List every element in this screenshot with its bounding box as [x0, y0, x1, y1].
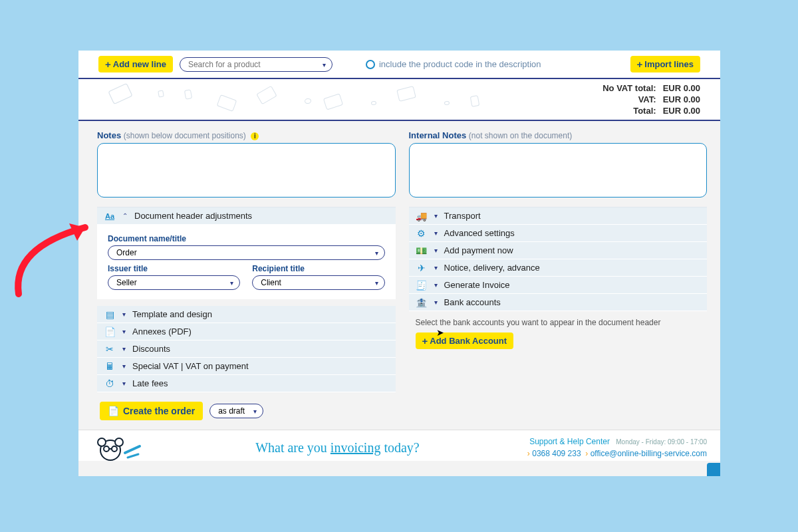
plus-icon: + [105, 59, 111, 70]
section-label: Transport [444, 211, 481, 221]
search-product-input[interactable] [180, 57, 332, 72]
notes-label: Notes [97, 130, 121, 140]
notes-sublabel: (shown below document positions) [124, 131, 246, 140]
chat-button[interactable] [707, 463, 720, 476]
section-label: Template and design [132, 309, 212, 319]
recipient-title-select[interactable]: Client [252, 275, 384, 290]
money-icon: 💵 [416, 246, 428, 255]
add-new-line-label: Add new line [113, 59, 166, 69]
totals-summary: No VAT total: EUR 0.00 VAT: EUR 0.00 Tot… [602, 83, 700, 116]
section-label: Generate Invoice [444, 280, 510, 290]
section-add-payment[interactable]: 💵 ▾ Add payment now [409, 242, 708, 259]
section-label: Special VAT | VAT on payment [132, 361, 249, 371]
chevron-down-icon: ▾ [122, 311, 126, 318]
plane-icon: ✈ [416, 263, 428, 273]
chevron-down-icon: ▾ [122, 362, 126, 370]
section-label: Bank accounts [444, 297, 501, 307]
section-advanced-settings[interactable]: ⚙ ▾ Advanced settings [409, 225, 708, 242]
vat-value: EUR 0.00 [663, 94, 700, 104]
pdf-icon: 📄 [104, 327, 116, 336]
chevron-down-icon: ▾ [434, 299, 438, 306]
recipient-title-label: Recipient title [252, 264, 384, 273]
no-vat-total-value: EUR 0.00 [663, 83, 700, 93]
chevron-down-icon: ▾ [434, 281, 438, 289]
add-new-line-button[interactable]: + Add new line [98, 56, 173, 72]
chevron-down-icon: ▾ [122, 380, 126, 387]
section-template-design[interactable]: ▤ ▾ Template and design [97, 306, 396, 323]
internal-notes-textarea[interactable] [409, 143, 708, 198]
chevron-down-icon: ▾ [122, 345, 126, 352]
section-label: Advanced settings [444, 228, 515, 238]
decorative-doodles [85, 85, 602, 114]
section-transport[interactable]: 🚚 ▾ Transport [409, 207, 708, 225]
support-hours: Monday - Friday: 09:00 - 17:00 [616, 438, 707, 446]
document-icon: 📄 [108, 406, 119, 416]
issuer-title-select[interactable]: Seller [108, 275, 240, 290]
support-email[interactable]: office@online-billing-service.com [591, 449, 707, 458]
section-label: Notice, delivery, advance [444, 263, 540, 273]
plus-icon: + [637, 59, 643, 70]
total-value: EUR 0.00 [663, 106, 700, 116]
section-late-fees[interactable]: ⏱ ▾ Late fees [97, 375, 396, 392]
support-phone[interactable]: 0368 409 233 [532, 449, 581, 458]
include-code-label: include the product code in the descript… [379, 59, 541, 69]
add-bank-account-label: Add Bank Account [430, 336, 507, 346]
text-icon: Aa [104, 211, 116, 221]
section-bank-accounts[interactable]: 🏦 ▾ Bank accounts [409, 294, 708, 311]
section-label: Discounts [132, 344, 170, 354]
document-name-select[interactable]: Order [108, 245, 385, 260]
clock-icon: ⏱ [104, 379, 116, 388]
info-icon[interactable]: i [251, 132, 259, 140]
document-header-panel: Document name/title Order ▾ Issuer title [97, 225, 396, 299]
section-document-header-adjustments[interactable]: Aa ⌃ Document header adjustments [97, 207, 396, 225]
section-special-vat[interactable]: 🖩 ▾ Special VAT | VAT on payment [97, 358, 396, 375]
section-annexes[interactable]: 📄 ▾ Annexes (PDF) [97, 323, 396, 340]
svg-point-4 [112, 446, 117, 452]
bank-icon: 🏦 [416, 298, 428, 307]
footer-tagline: What are you invoicing today? [161, 440, 514, 456]
truck-icon: 🚚 [416, 211, 428, 221]
notes-textarea[interactable] [97, 143, 396, 198]
issuer-title-label: Issuer title [108, 264, 240, 273]
template-icon: ▤ [104, 310, 116, 319]
svg-point-1 [98, 438, 106, 446]
svg-point-3 [104, 446, 109, 452]
create-order-label: Create the order [123, 406, 195, 416]
section-label: Add payment now [444, 245, 513, 255]
mascot-bear-icon [92, 434, 148, 461]
invoice-icon: 🧾 [416, 281, 428, 290]
internal-notes-label: Internal Notes [409, 130, 467, 140]
gear-icon: ⚙ [416, 229, 428, 238]
discount-icon: ✂ [104, 344, 116, 354]
create-order-button[interactable]: 📄 Create the order [100, 402, 203, 420]
chevron-down-icon: ▾ [434, 212, 438, 219]
section-discounts[interactable]: ✂ ▾ Discounts [97, 340, 396, 358]
plus-icon: + [422, 335, 428, 346]
internal-notes-sublabel: (not shown on the document) [469, 131, 572, 140]
section-generate-invoice[interactable]: 🧾 ▾ Generate Invoice [409, 277, 708, 294]
chevron-down-icon: ▾ [434, 264, 438, 271]
calculator-icon: 🖩 [104, 362, 116, 371]
add-bank-account-button[interactable]: + Add Bank Account [416, 332, 514, 349]
no-vat-total-label: No VAT total: [602, 83, 656, 93]
section-label: Annexes (PDF) [132, 327, 192, 336]
chevron-down-icon: ▾ [434, 247, 438, 254]
chevron-down-icon: ▾ [434, 229, 438, 237]
svg-point-2 [115, 438, 123, 446]
section-label: Late fees [132, 378, 168, 388]
import-lines-button[interactable]: + Import lines [630, 56, 700, 72]
section-notice-delivery[interactable]: ✈ ▾ Notice, delivery, advance [409, 259, 708, 277]
vat-label: VAT: [602, 94, 656, 104]
total-label: Total: [602, 106, 656, 116]
import-lines-label: Import lines [644, 59, 694, 69]
bank-helper-text: Select the bank accounts you want to app… [409, 311, 708, 332]
section-label: Document header adjustments [134, 211, 252, 221]
chevron-down-icon: ▾ [122, 328, 126, 335]
chevron-up-icon: ⌃ [122, 212, 128, 219]
doc-name-label: Document name/title [108, 234, 385, 243]
draft-select[interactable]: as draft [209, 404, 263, 418]
include-code-radio[interactable] [366, 60, 375, 69]
support-link[interactable]: Support & Help Center [529, 437, 610, 446]
